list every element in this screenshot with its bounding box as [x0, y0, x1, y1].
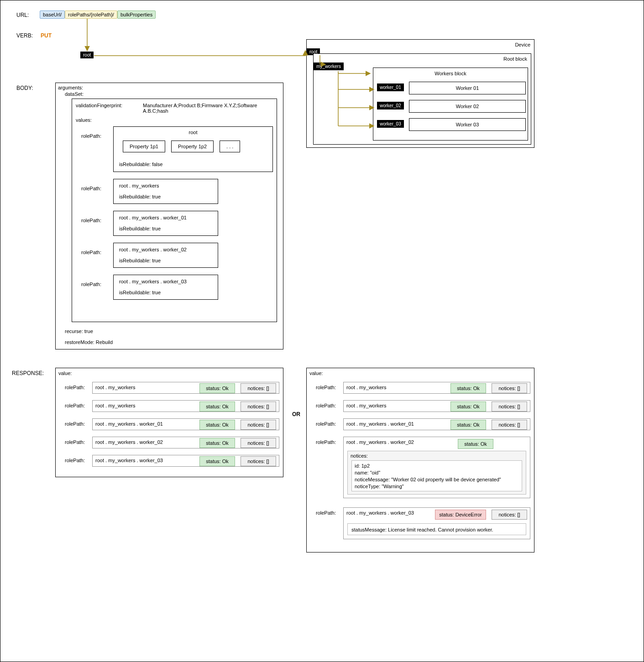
resp-left-path: root . my_workers . worker_01	[95, 421, 163, 427]
worker-chip-01: worker_01	[377, 83, 404, 91]
url-rolepath: rolePaths/{rolePath}/	[65, 10, 117, 19]
values-label: values:	[76, 117, 92, 123]
response-label: RESPONSE:	[12, 370, 44, 376]
notices-pill: notices: []	[241, 420, 276, 430]
status-ok-pill: status: Ok	[199, 420, 235, 430]
resp-right-w3-path: root . my_workers . worker_03	[346, 510, 414, 516]
rolepath-rebuild-2: isRebuildable: true	[119, 226, 161, 231]
rolepath-label-4: rolePath:	[81, 281, 101, 287]
rolepath-path-3: root . my_workers . worker_02	[119, 247, 187, 252]
prop-chips: Property 1p1 Property 1p2 . . .	[123, 141, 245, 152]
status-ok-pill: status: Ok	[199, 456, 235, 466]
resp-left-rplabel: rolePath:	[65, 385, 85, 390]
rolepath-label-2: rolePath:	[81, 218, 101, 223]
resp-left-rplabel: rolePath:	[65, 421, 85, 427]
url-bulkprops: bulkProperties	[117, 10, 156, 19]
vf-value: Manufacturer A;Product B;Firmware X.Y.Z;…	[143, 103, 277, 114]
notices-pill: notices: []	[241, 456, 276, 466]
resp-right-path: root . my_workers	[346, 385, 386, 390]
root-block-title: Root block	[503, 56, 527, 62]
worker-row-02: worker_02 Worker 02	[377, 100, 525, 113]
resp-left-value: value:	[58, 370, 72, 376]
rolepath-root-box: root Property 1p1 Property 1p2 . . . isR…	[113, 126, 273, 172]
status-ok-pill: status: Ok	[199, 438, 235, 448]
resp-left-row: root . my_workers . worker_01 status: Ok…	[92, 418, 279, 430]
resp-left-row: root . my_workers . worker_03 status: Ok…	[92, 455, 279, 467]
rolepath-label-0: rolePath:	[81, 133, 101, 139]
dataset-label: dataSet:	[65, 91, 84, 97]
prop-1p2: Property 1p2	[171, 141, 214, 152]
resp-right-row: root . my_workers status: Ok notices: []	[343, 382, 530, 394]
notice-line: id: 1p2	[355, 463, 519, 469]
rolepath-rebuild-3: isRebuildable: true	[119, 258, 161, 263]
resp-right-w2-box: root . my_workers . worker_02 status: Ok…	[343, 437, 530, 498]
resp-left-path: root . my_workers . worker_02	[95, 439, 163, 445]
rolepath-path-4: root . my_workers . worker_03	[119, 279, 187, 284]
worker-body-02: Worker 02	[409, 100, 526, 113]
notices-box: notices: id: 1p2name: "oid"noticeMessage…	[347, 451, 526, 495]
resp-right-rplabel: rolePath:	[316, 403, 336, 408]
resp-left-path: root . my_workers	[95, 403, 135, 408]
status-ok-pill: status: Ok	[199, 383, 235, 393]
notices-pill: notices: []	[241, 401, 276, 412]
status-ok-pill: status: Ok	[199, 401, 235, 412]
resp-left-row: root . my_workers . worker_02 status: Ok…	[92, 437, 279, 448]
notices-pill: notices: []	[492, 383, 527, 393]
verb-label: VERB:	[16, 32, 33, 39]
notices-pill: notices: []	[241, 438, 276, 448]
notices-label: notices:	[351, 453, 368, 459]
response-left: value: rolePath:root . my_workers status…	[55, 368, 283, 477]
rolepath-box-3: root . my_workers . worker_02 isRebuilda…	[113, 243, 218, 268]
rolepath-label-1: rolePath:	[81, 186, 101, 191]
restore-label: restoreMode: Rebuild	[65, 339, 113, 345]
notice-line: noticeType: "Warning"	[355, 483, 519, 490]
rolepath-box-1: root . my_workers isRebuildable: true	[113, 179, 218, 204]
device-panel: Device root Root block my_workers Worker…	[306, 39, 534, 148]
rolepath-label-3: rolePath:	[81, 250, 101, 255]
prop-1p1: Property 1p1	[123, 141, 165, 152]
body-panel: arguments: dataSet: validationFingerprin…	[55, 83, 283, 349]
dataset-panel: validationFingerprint: Manufacturer A;Pr…	[72, 99, 277, 322]
workers-block: Workers block worker_01 Worker 01 worker…	[373, 68, 528, 141]
resp-left-rplabel: rolePath:	[65, 439, 85, 445]
workers-block-title: Workers block	[373, 71, 528, 76]
resp-right-path: root . my_workers . worker_01	[346, 421, 414, 427]
worker-chip-03: worker_03	[377, 120, 404, 128]
recurse-label: recurse: true	[65, 328, 93, 334]
worker-chip-02: worker_02	[377, 102, 404, 109]
myworkers-chip: my_workers	[314, 63, 344, 70]
resp-left-rplabel: rolePath:	[65, 403, 85, 408]
notices-pill: notices: []	[492, 420, 527, 430]
rolepath-rebuild-4: isRebuildable: true	[119, 290, 161, 295]
resp-left-path: root . my_workers	[95, 385, 135, 390]
worker-body-03: Worker 03	[409, 118, 526, 131]
resp-right-rplabel-w2: rolePath:	[316, 439, 336, 445]
status-ok-pill: status: Ok	[450, 420, 486, 430]
rolepath-root-title: root	[114, 130, 272, 135]
status-msg: statusMessage: License limit reached. Ca…	[347, 523, 526, 535]
worker-row-03: worker_03 Worker 03	[377, 118, 525, 131]
url-segments: baseUrl/rolePaths/{rolePath}/bulkPropert…	[40, 10, 156, 19]
resp-right-rplabel-w3: rolePath:	[316, 510, 336, 516]
url-label: URL:	[16, 12, 29, 18]
arguments-label: arguments:	[58, 85, 83, 90]
rolepath-box-2: root . my_workers . worker_01 isRebuilda…	[113, 211, 218, 236]
root-block: Root block my_workers Workers block work…	[313, 53, 531, 145]
status-ok-pill: status: Ok	[450, 401, 486, 412]
notice-line: name: "oid"	[355, 469, 519, 476]
notices-pill: notices: []	[241, 383, 276, 393]
status-err-pill: status: DeviceError	[435, 510, 486, 520]
isrebuild-false: isRebuildable: false	[119, 162, 162, 167]
device-title: Device	[515, 42, 530, 47]
prop-more: . . .	[220, 141, 240, 152]
rolepath-rebuild-1: isRebuildable: true	[119, 194, 161, 199]
root-chip: root	[80, 52, 94, 58]
notices-pill: notices: []	[492, 510, 527, 520]
status-ok-pill: status: Ok	[458, 439, 493, 449]
resp-left-row: root . my_workers status: Ok notices: []	[92, 382, 279, 394]
resp-right-w3-box: root . my_workers . worker_03 status: De…	[343, 507, 530, 539]
or-label: OR	[292, 411, 300, 417]
worker-row-01: worker_01 Worker 01	[377, 82, 525, 94]
resp-right-w2-path: root . my_workers . worker_02	[346, 439, 414, 445]
rolepath-path-1: root . my_workers	[119, 183, 159, 188]
